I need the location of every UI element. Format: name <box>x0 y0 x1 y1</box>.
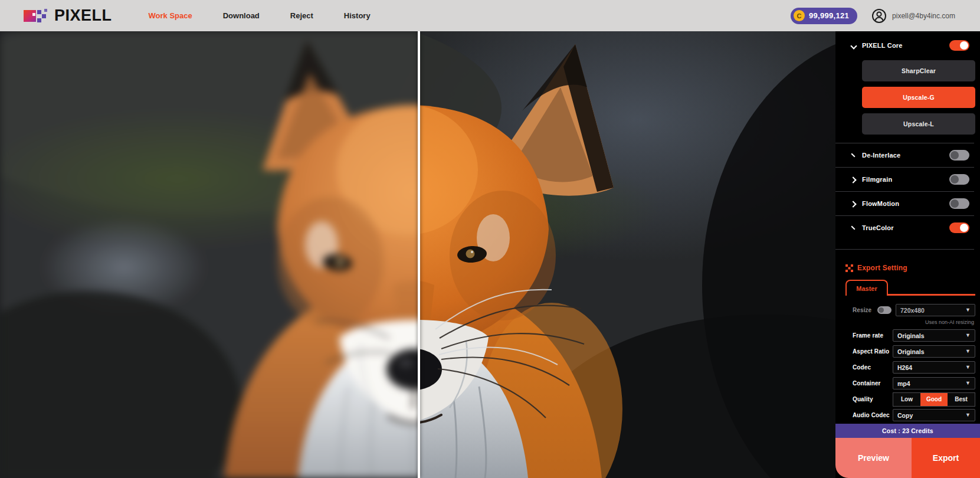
frame-rate-value: Originals <box>897 332 965 339</box>
upscale-l-button[interactable]: Upscale-L <box>862 113 975 135</box>
frame-rate-select[interactable]: Originals ▼ <box>893 329 975 342</box>
caret-down-icon: ▼ <box>965 307 971 313</box>
brand-logo[interactable]: PIXELL <box>24 6 112 25</box>
filmgrain-toggle[interactable] <box>949 174 969 185</box>
chevron-right-icon[interactable] <box>851 201 857 207</box>
user-account[interactable]: pixell@4by4inc.com <box>871 8 955 24</box>
nav-item-reject[interactable]: Reject <box>290 11 313 20</box>
audio-codec-select[interactable]: Copy ▼ <box>893 409 975 421</box>
aspect-ratio-select[interactable]: Originals ▼ <box>893 345 975 358</box>
caret-down-icon: ▼ <box>965 412 971 418</box>
export-tabbar: Master <box>845 280 975 296</box>
frame-rate-label: Frame rate <box>853 332 893 339</box>
collapse-dash-icon[interactable] <box>851 225 857 231</box>
truecolor-label: TrueColor <box>862 224 894 231</box>
resize-value: 720x480 <box>900 307 965 314</box>
brand-name: PIXELL <box>54 6 112 25</box>
credits-amount: 99,999,121 <box>809 11 849 20</box>
pixell-core-toggle[interactable] <box>949 40 969 51</box>
resize-row: Resize 720x480 ▼ <box>853 304 975 316</box>
nav-right: C 99,999,121 pixell@4by4inc.com <box>791 8 955 24</box>
collapse-dash-icon[interactable] <box>851 152 857 158</box>
filmgrain-label: Filmgrain <box>862 176 892 183</box>
quality-option-low[interactable]: Low <box>893 393 920 406</box>
preview-button[interactable]: Preview <box>835 438 912 478</box>
audio-codec-label: Audio Codec <box>853 412 893 418</box>
top-navbar: PIXELL Work Space Download Reject Histor… <box>0 0 980 31</box>
pixell-app: PIXELL Work Space Download Reject Histor… <box>0 0 980 478</box>
aspect-ratio-value: Originals <box>897 348 965 355</box>
quality-segmented: Low Good Best <box>893 392 975 407</box>
coin-icon: C <box>794 10 805 21</box>
credits-badge[interactable]: C 99,999,121 <box>791 8 857 24</box>
container-row: Container mp4 ▼ <box>853 377 975 389</box>
pixell-core-row: PIXELL Core <box>835 31 980 57</box>
comparison-stage <box>0 31 980 478</box>
codec-row: Codec H264 ▼ <box>853 361 975 374</box>
nav-item-history[interactable]: History <box>344 11 371 20</box>
quality-option-best[interactable]: Best <box>948 393 975 406</box>
pixell-core-label: PIXELL Core <box>862 42 903 49</box>
codec-select[interactable]: H264 ▼ <box>893 361 975 374</box>
quality-row: Quality Low Good Best <box>853 393 975 405</box>
container-value: mp4 <box>897 380 965 387</box>
pixel-cluster-icon <box>845 264 853 272</box>
cost-bar: Cost : 23 Credits <box>835 424 980 438</box>
resize-select[interactable]: 720x480 ▼ <box>896 304 975 316</box>
settings-panel: PIXELL Core SharpClear Upscale-G Upscale… <box>835 31 980 478</box>
flowmotion-row: FlowMotion <box>835 191 974 215</box>
truecolor-toggle[interactable] <box>949 222 969 233</box>
aspect-ratio-label: Aspect Ratio <box>853 348 893 355</box>
nav-item-workspace[interactable]: Work Space <box>149 11 192 20</box>
frame-rate-row: Frame rate Originals ▼ <box>853 329 975 342</box>
resize-note: Uses non-AI resizing <box>853 319 974 325</box>
de-interlace-label: De-Interlace <box>862 152 900 159</box>
comparison-divider-handle[interactable] <box>418 31 420 478</box>
filmgrain-row: Filmgrain <box>835 167 974 191</box>
export-settings-title: Export Setting <box>857 264 907 272</box>
main-nav: Work Space Download Reject History <box>149 11 371 20</box>
export-settings-section: Export Setting Master Resize 720x480 ▼ U… <box>835 250 980 421</box>
chevron-down-icon[interactable] <box>851 42 857 48</box>
resize-toggle[interactable] <box>877 306 891 314</box>
tabbar-underline <box>888 280 975 296</box>
export-settings-header: Export Setting <box>845 264 975 272</box>
caret-down-icon: ▼ <box>965 333 971 338</box>
sharpclear-button[interactable]: SharpClear <box>862 60 975 81</box>
core-mode-buttons: SharpClear Upscale-G Upscale-L <box>862 60 975 135</box>
caret-down-icon: ▼ <box>965 349 971 354</box>
nav-item-download[interactable]: Download <box>223 11 260 20</box>
before-image <box>0 31 418 478</box>
truecolor-row: TrueColor <box>835 215 974 240</box>
codec-label: Codec <box>853 364 893 371</box>
pixell-logo-icon <box>24 8 48 24</box>
caret-down-icon: ▼ <box>965 365 971 370</box>
quality-option-good[interactable]: Good <box>920 393 948 406</box>
codec-value: H264 <box>897 364 965 371</box>
action-buttons: Preview Export <box>835 438 980 478</box>
container-select[interactable]: mp4 ▼ <box>893 377 975 389</box>
caret-down-icon: ▼ <box>965 381 971 386</box>
resize-label: Resize <box>853 307 876 313</box>
quality-label: Quality <box>853 396 893 402</box>
aspect-ratio-row: Aspect Ratio Originals ▼ <box>853 345 975 358</box>
user-avatar-icon <box>871 8 887 24</box>
panel-bottom: Cost : 23 Credits Preview Export <box>835 424 980 478</box>
flowmotion-toggle[interactable] <box>949 198 969 209</box>
user-email: pixell@4by4inc.com <box>892 12 955 20</box>
export-form: Resize 720x480 ▼ Uses non-AI resizing Fr… <box>845 296 975 421</box>
chevron-right-icon[interactable] <box>851 176 857 182</box>
de-interlace-row: De-Interlace <box>835 143 974 167</box>
export-button[interactable]: Export <box>912 438 980 478</box>
de-interlace-toggle[interactable] <box>949 150 969 161</box>
upscale-g-button[interactable]: Upscale-G <box>862 87 975 108</box>
flowmotion-label: FlowMotion <box>862 200 899 207</box>
tab-master[interactable]: Master <box>845 280 888 296</box>
audio-codec-value: Copy <box>897 412 965 419</box>
audio-codec-row: Audio Codec Copy ▼ <box>853 409 975 421</box>
container-label: Container <box>853 380 893 387</box>
